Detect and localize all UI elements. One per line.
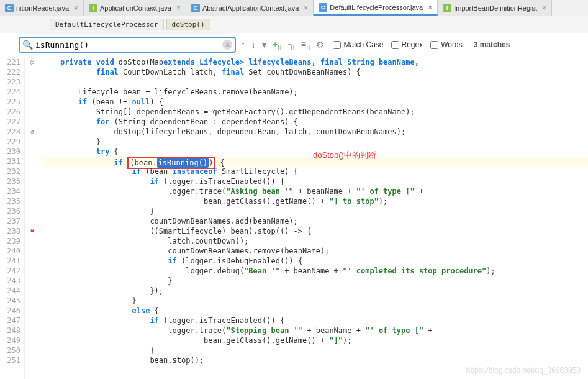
- code-line[interactable]: }: [42, 296, 588, 306]
- line-number: 223: [4, 77, 20, 87]
- line-number: 243: [4, 276, 20, 286]
- code-line[interactable]: }: [42, 276, 588, 286]
- code-line[interactable]: if (bean != null) {: [42, 97, 588, 107]
- gutter-marker: [25, 97, 40, 107]
- gutter-marker: [25, 296, 40, 306]
- code-line[interactable]: if (bean instanceof SmartLifecycle) {: [42, 167, 588, 176]
- line-number: 235: [4, 196, 20, 206]
- gutter-marker: [25, 186, 40, 196]
- remove-selection-icon[interactable]: -II: [287, 39, 296, 51]
- code-line[interactable]: if (logger.isTraceEnabled()) {: [42, 316, 588, 326]
- close-icon[interactable]: ×: [74, 4, 78, 12]
- gutter-marker: [25, 256, 40, 266]
- code-line[interactable]: doStop(lifecycleBeans, dependentBean, la…: [42, 127, 588, 137]
- line-number: 251: [4, 355, 20, 365]
- filter-icon[interactable]: ▾: [261, 40, 268, 50]
- tab-label: ImportBeanDefinitionRegist: [454, 4, 537, 12]
- code-line[interactable]: private void doStop(Mapextends Lifecycle…: [42, 57, 588, 67]
- next-match-icon[interactable]: ↓: [250, 40, 257, 50]
- code-line[interactable]: }: [42, 137, 588, 147]
- tab-applicationcontext-java[interactable]: IApplicationContext.java×: [84, 0, 186, 16]
- code-line[interactable]: logger.trace("Stopping bean '" + beanNam…: [42, 326, 588, 336]
- gutter-marker: [25, 147, 40, 157]
- gutter-marker: [25, 216, 40, 226]
- gutter-marker: [25, 246, 40, 256]
- code-line[interactable]: countDownBeanNames.remove(beanName);: [42, 246, 588, 256]
- gutter-marker: [25, 326, 40, 336]
- line-number: 246: [4, 306, 20, 316]
- editor-tabs: CnitionReader.java×IApplicationContext.j…: [0, 0, 588, 16]
- search-box: 🔍 ✕: [19, 37, 236, 53]
- tab-defaultlifecycleprocessor-java[interactable]: CDefaultLifecycleProcessor.java×: [314, 0, 438, 16]
- line-number: 242: [4, 266, 20, 276]
- tab-label: DefaultLifecycleProcessor.java: [330, 4, 423, 11]
- breadcrumb-class[interactable]: DefaultLifecycleProcessor: [50, 19, 164, 30]
- code-line[interactable]: logger.debug("Bean '" + beanName + "' co…: [42, 266, 588, 276]
- match-count: 3 matches: [474, 40, 510, 49]
- match-case-checkbox[interactable]: Match Case: [333, 40, 383, 49]
- code-line[interactable]: for (String dependentBean : dependentBea…: [42, 117, 588, 127]
- close-icon[interactable]: ×: [176, 4, 181, 12]
- tab-abstractapplicationcontext-java[interactable]: CAbstractApplicationContext.java×: [186, 0, 314, 16]
- code-area[interactable]: doStop()中的判断 https://blog.csdn.net/qq_36…: [40, 57, 588, 379]
- gutter-marker: [25, 77, 40, 87]
- gutter-marker: [25, 206, 40, 216]
- tab-nitionreader-java[interactable]: CnitionReader.java×: [0, 0, 84, 16]
- tab-importbeandefinitionregist[interactable]: IImportBeanDefinitionRegist×: [438, 0, 552, 16]
- line-number: 228: [4, 127, 20, 137]
- words-checkbox[interactable]: Words: [430, 40, 462, 49]
- search-input[interactable]: [33, 40, 222, 50]
- line-number: 250: [4, 345, 20, 355]
- gutter-marker: [25, 176, 40, 186]
- code-line[interactable]: }: [42, 206, 588, 216]
- clear-search-icon[interactable]: ✕: [222, 40, 232, 50]
- code-line[interactable]: latch.countDown();: [42, 236, 588, 246]
- code-line[interactable]: ((SmartLifecycle) bean).stop(() -> {: [42, 226, 588, 236]
- line-number: 226: [4, 107, 20, 117]
- breadcrumb-method[interactable]: doStop(): [166, 19, 210, 30]
- tab-label: AbstractApplicationContext.java: [202, 4, 299, 12]
- line-number: 237: [4, 216, 20, 226]
- code-line[interactable]: final CountDownLatch latch, final Set co…: [42, 67, 588, 77]
- code-line[interactable]: countDownBeanNames.add(beanName);: [42, 216, 588, 226]
- code-line[interactable]: else {: [42, 306, 588, 316]
- prev-match-icon[interactable]: ↑: [240, 40, 247, 50]
- gutter-marker: [25, 266, 40, 276]
- line-number: 221: [4, 57, 20, 67]
- select-all-icon[interactable]: ≡II: [300, 39, 312, 51]
- code-line[interactable]: if (logger.isDebugEnabled()) {: [42, 256, 588, 266]
- gutter-marker: [25, 276, 40, 286]
- code-line[interactable]: }: [42, 345, 588, 355]
- code-line[interactable]: [42, 77, 588, 87]
- code-line[interactable]: bean.stop();: [42, 355, 588, 365]
- close-icon[interactable]: ×: [428, 3, 432, 12]
- tab-label: ApplicationContext.java: [100, 4, 171, 12]
- close-icon[interactable]: ×: [304, 4, 308, 12]
- close-icon[interactable]: ×: [542, 4, 546, 12]
- line-number: 248: [4, 326, 20, 336]
- gutter-marker: [25, 316, 40, 326]
- tab-label: nitionReader.java: [16, 4, 69, 12]
- gutter-marker: [25, 336, 40, 345]
- line-number: 239: [4, 236, 20, 246]
- search-bar: 🔍 ✕ ↑ ↓ ▾ +II -II ≡II ⚙ Match Case Regex…: [0, 33, 588, 57]
- line-number: 247: [4, 316, 20, 326]
- code-line[interactable]: Lifecycle bean = lifecycleBeans.remove(b…: [42, 87, 588, 97]
- code-line[interactable]: });: [42, 286, 588, 296]
- gutter-marker: [25, 137, 40, 147]
- code-line[interactable]: logger.trace("Asking bean '" + beanName …: [42, 186, 588, 196]
- regex-checkbox[interactable]: Regex: [391, 40, 423, 49]
- code-line[interactable]: bean.getClass().getName() + "] to stop")…: [42, 196, 588, 206]
- code-line[interactable]: bean.getClass().getName() + "]");: [42, 336, 588, 345]
- gutter-marker: [25, 286, 40, 296]
- file-type-icon: C: [319, 3, 327, 12]
- gutter-marker: [25, 196, 40, 206]
- line-number: 222: [4, 67, 20, 77]
- add-selection-icon[interactable]: +II: [271, 39, 283, 51]
- line-number: 231: [4, 157, 20, 167]
- file-type-icon: C: [191, 4, 200, 12]
- code-line[interactable]: String[] dependentBeans = getBeanFactory…: [42, 107, 588, 117]
- settings-icon[interactable]: ⚙: [315, 40, 325, 50]
- code-line[interactable]: if (logger.isTraceEnabled()) {: [42, 176, 588, 186]
- line-number: 240: [4, 246, 20, 256]
